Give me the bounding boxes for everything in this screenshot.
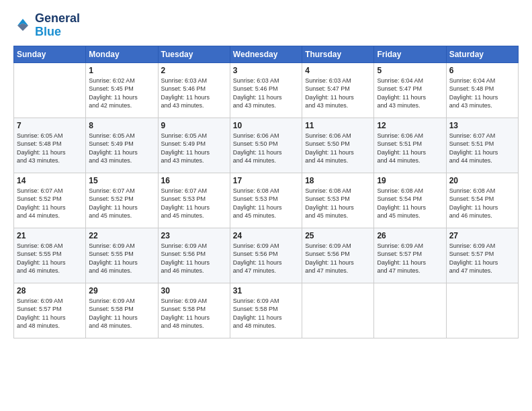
cell-info: Sunrise: 6:05 AMSunset: 5:48 PMDaylight:… [17,132,83,165]
cell-info: Sunrise: 6:03 AMSunset: 5:46 PMDaylight:… [161,77,227,110]
calendar-cell: 24Sunrise: 6:09 AMSunset: 5:56 PMDayligh… [230,228,302,283]
day-number: 18 [305,176,371,185]
calendar-cell [302,283,374,338]
page: General Blue SundayMondayTuesdayWednesda… [0,0,532,411]
cell-info: Sunrise: 6:08 AMSunset: 5:53 PMDaylight:… [233,187,299,220]
calendar-cell: 15Sunrise: 6:07 AMSunset: 5:52 PMDayligh… [86,173,158,228]
logo-text-blue: Blue [35,26,80,39]
cell-info: Sunrise: 6:09 AMSunset: 5:56 PMDaylight:… [161,242,227,275]
calendar-cell: 31Sunrise: 6:09 AMSunset: 5:58 PMDayligh… [230,283,302,338]
day-number: 10 [233,121,299,130]
calendar-cell: 14Sunrise: 6:07 AMSunset: 5:52 PMDayligh… [14,173,86,228]
calendar-cell: 28Sunrise: 6:09 AMSunset: 5:57 PMDayligh… [14,283,86,338]
logo-icon [13,16,32,35]
day-number: 17 [233,176,299,185]
day-number: 11 [305,121,371,130]
cell-info: Sunrise: 6:06 AMSunset: 5:50 PMDaylight:… [233,132,299,165]
cell-info: Sunrise: 6:06 AMSunset: 5:50 PMDaylight:… [305,132,371,165]
calendar-cell: 21Sunrise: 6:08 AMSunset: 5:55 PMDayligh… [14,228,86,283]
logo: General Blue [13,12,80,39]
cell-info: Sunrise: 6:09 AMSunset: 5:56 PMDaylight:… [305,242,371,275]
calendar-cell: 3Sunrise: 6:03 AMSunset: 5:46 PMDaylight… [230,62,302,118]
day-number: 8 [89,121,154,130]
calendar-cell: 16Sunrise: 6:07 AMSunset: 5:53 PMDayligh… [158,173,230,228]
cell-info: Sunrise: 6:08 AMSunset: 5:55 PMDaylight:… [17,242,83,275]
day-number: 29 [89,286,154,295]
calendar-header-row: SundayMondayTuesdayWednesdayThursdayFrid… [14,46,519,62]
calendar-cell: 2Sunrise: 6:03 AMSunset: 5:46 PMDaylight… [158,62,230,118]
cell-info: Sunrise: 6:09 AMSunset: 5:58 PMDaylight:… [89,297,154,330]
cell-info: Sunrise: 6:04 AMSunset: 5:48 PMDaylight:… [449,77,515,110]
calendar-cell: 8Sunrise: 6:05 AMSunset: 5:49 PMDaylight… [86,118,158,173]
day-number: 12 [377,121,443,130]
cell-info: Sunrise: 6:09 AMSunset: 5:58 PMDaylight:… [233,297,299,330]
logo-text-general: General [35,12,80,26]
cell-info: Sunrise: 6:09 AMSunset: 5:55 PMDaylight:… [89,242,154,275]
cell-info: Sunrise: 6:08 AMSunset: 5:53 PMDaylight:… [305,187,371,220]
cell-info: Sunrise: 6:09 AMSunset: 5:56 PMDaylight:… [233,242,299,275]
week-row-5: 28Sunrise: 6:09 AMSunset: 5:57 PMDayligh… [14,283,519,338]
calendar-cell: 19Sunrise: 6:08 AMSunset: 5:54 PMDayligh… [374,173,446,228]
cell-info: Sunrise: 6:04 AMSunset: 5:47 PMDaylight:… [377,77,443,110]
week-row-1: 1Sunrise: 6:02 AMSunset: 5:45 PMDaylight… [14,62,519,118]
cell-info: Sunrise: 6:08 AMSunset: 5:54 PMDaylight:… [449,187,515,220]
cell-info: Sunrise: 6:05 AMSunset: 5:49 PMDaylight:… [161,132,227,165]
col-header-tuesday: Tuesday [158,46,230,62]
calendar-cell: 20Sunrise: 6:08 AMSunset: 5:54 PMDayligh… [446,173,518,228]
calendar-cell [14,62,86,118]
col-header-thursday: Thursday [302,46,374,62]
day-number: 1 [89,66,154,75]
calendar-cell: 1Sunrise: 6:02 AMSunset: 5:45 PMDaylight… [86,62,158,118]
calendar-cell: 9Sunrise: 6:05 AMSunset: 5:49 PMDaylight… [158,118,230,173]
day-number: 3 [233,66,299,75]
calendar-cell: 25Sunrise: 6:09 AMSunset: 5:56 PMDayligh… [302,228,374,283]
calendar-cell: 4Sunrise: 6:03 AMSunset: 5:47 PMDaylight… [302,62,374,118]
day-number: 7 [17,121,83,130]
cell-info: Sunrise: 6:06 AMSunset: 5:51 PMDaylight:… [377,132,443,165]
cell-info: Sunrise: 6:08 AMSunset: 5:54 PMDaylight:… [377,187,443,220]
day-number: 23 [161,231,227,240]
cell-info: Sunrise: 6:09 AMSunset: 5:57 PMDaylight:… [449,242,515,275]
day-number: 4 [305,66,371,75]
calendar-cell: 11Sunrise: 6:06 AMSunset: 5:50 PMDayligh… [302,118,374,173]
day-number: 6 [449,66,515,75]
day-number: 9 [161,121,227,130]
calendar-cell: 7Sunrise: 6:05 AMSunset: 5:48 PMDaylight… [14,118,86,173]
day-number: 16 [161,176,227,185]
calendar-cell: 13Sunrise: 6:07 AMSunset: 5:51 PMDayligh… [446,118,518,173]
calendar-cell [374,283,446,338]
calendar-cell: 18Sunrise: 6:08 AMSunset: 5:53 PMDayligh… [302,173,374,228]
cell-info: Sunrise: 6:03 AMSunset: 5:46 PMDaylight:… [233,77,299,110]
day-number: 25 [305,231,371,240]
day-number: 30 [161,286,227,295]
day-number: 13 [449,121,515,130]
week-row-4: 21Sunrise: 6:08 AMSunset: 5:55 PMDayligh… [14,228,519,283]
calendar-cell: 10Sunrise: 6:06 AMSunset: 5:50 PMDayligh… [230,118,302,173]
cell-info: Sunrise: 6:07 AMSunset: 5:51 PMDaylight:… [449,132,515,165]
col-header-monday: Monday [86,46,158,62]
day-number: 31 [233,286,299,295]
day-number: 26 [377,231,443,240]
week-row-3: 14Sunrise: 6:07 AMSunset: 5:52 PMDayligh… [14,173,519,228]
cell-info: Sunrise: 6:09 AMSunset: 5:58 PMDaylight:… [161,297,227,330]
cell-info: Sunrise: 6:09 AMSunset: 5:57 PMDaylight:… [17,297,83,330]
day-number: 27 [449,231,515,240]
day-number: 20 [449,176,515,185]
day-number: 21 [17,231,83,240]
day-number: 28 [17,286,83,295]
day-number: 5 [377,66,443,75]
calendar-cell: 12Sunrise: 6:06 AMSunset: 5:51 PMDayligh… [374,118,446,173]
calendar-cell: 23Sunrise: 6:09 AMSunset: 5:56 PMDayligh… [158,228,230,283]
day-number: 19 [377,176,443,185]
col-header-friday: Friday [374,46,446,62]
calendar-cell: 30Sunrise: 6:09 AMSunset: 5:58 PMDayligh… [158,283,230,338]
cell-info: Sunrise: 6:09 AMSunset: 5:57 PMDaylight:… [377,242,443,275]
day-number: 2 [161,66,227,75]
cell-info: Sunrise: 6:03 AMSunset: 5:47 PMDaylight:… [305,77,371,110]
day-number: 15 [89,176,154,185]
calendar-table: SundayMondayTuesdayWednesdayThursdayFrid… [13,46,519,338]
day-number: 14 [17,176,83,185]
calendar-cell [446,283,518,338]
calendar-cell: 17Sunrise: 6:08 AMSunset: 5:53 PMDayligh… [230,173,302,228]
cell-info: Sunrise: 6:07 AMSunset: 5:52 PMDaylight:… [17,187,83,220]
